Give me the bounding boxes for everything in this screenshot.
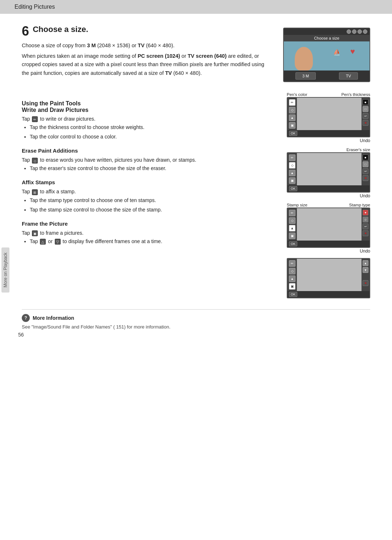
step6-bold5: TV [165,70,172,76]
paint-diag4: ✏ ◇ ▲ ▣ ▲ ▼ ✕ O [287,258,370,298]
pd1-tool-pencil: ✏ [289,99,295,106]
diagram-frame: ✏ ◇ ▲ ▣ ▲ ▼ ✕ O [287,258,370,298]
pd2-ok[interactable]: OK [289,186,297,191]
pd1-body: ✏ ◇ ▲ ▣ ■ □ ↩ ✕ [287,98,369,130]
pd4-ok[interactable]: OK [289,292,297,297]
pd1-tool-frame: ▣ [289,122,295,129]
frame-item1: Tap or to display five different frames … [30,237,274,246]
diag2-label-erasersize-r: Eraser's size [347,148,370,152]
stamps-heading: Affix Stamps [22,179,274,185]
stamps-item2: Tap the stamp size control to choose the… [30,206,274,214]
pd2-tool-stamp: ▲ [289,170,295,176]
diag1-undo-label: Undo [360,138,370,143]
paint-tools-section: Using the Paint Tools Write and Draw Pic… [22,92,370,298]
step6-bold2: TV [138,43,145,48]
erase-heading: Erase Paint Additions [22,148,274,154]
diagram-write: Pen's color Pen's thickness ✏ ◇ ▲ ▣ ■ [287,92,370,143]
more-info-icon: ? [22,314,30,322]
diag2-undo-label: Undo [360,193,370,198]
pd2-tool-frame: ▣ [289,177,295,184]
pd2-tool-pencil: ✏ [289,154,295,161]
pd1-right-icon3: ↩ [363,113,368,119]
pd3-body: ✏ ◇ ▲ ▣ ♥ ☺ ↩ ✕ [287,208,369,241]
paint-tools-body: Tap to write or draw pictures. Tap the t… [22,115,274,141]
pd1-tool-eraser: ◇ [289,107,295,113]
page-footer: ? More Information [22,309,370,322]
paint-tools-heading: Using the Paint Tools Write and Draw Pic… [22,100,274,113]
frame-body: Tap to frame a pictures. Tap or to displ… [22,229,274,246]
pd2-body: ✏ ◇ ▲ ▣ ■ □ ↩ ✕ [287,153,369,185]
pd2-right-icon1: ■ [363,154,368,160]
erase-intro: Tap to erase words you have written, pic… [22,156,274,164]
stamps-list: Tap the stamp type control to choose one… [30,196,274,214]
diag3-label-stampsize: Stamp size [287,203,307,207]
frame-heading: Frame the Picture [22,221,274,227]
footer-note: See "Image/Sound File and Folder Names" … [22,324,370,330]
pd3-footer: OK [287,241,369,247]
pd2-right-tools: ■ □ ↩ ✕ [362,153,369,185]
pd3-ok[interactable]: OK [289,241,297,246]
cam-icon4 [363,29,367,34]
pd4-left-tools: ✏ ◇ ▲ ▣ [287,259,297,291]
cam-portrait [295,47,313,70]
camera-screen-mockup: Choose a size ♥ ⛵ 3 M TV [283,25,370,82]
pd2-canvas [297,153,362,185]
cam-btn1[interactable]: 3 M [295,72,316,80]
paint-tools-title1: Using the Paint Tools [22,100,81,106]
pd1-right-icon2: □ [363,106,368,112]
stamps-intro: Tap to affix a stamp. [22,188,274,196]
diag2-undo: Undo [287,193,370,198]
pd1-ok[interactable]: OK [289,131,297,136]
paint-diag1: ✏ ◇ ▲ ▣ ■ □ ↩ ✕ [287,97,370,137]
pd3-canvas [297,208,362,241]
pd2-right-icon4: ✕ [363,175,368,181]
pd3-tool-frame: ▣ [289,233,295,239]
pd4-tool-frame: ▣ [289,283,295,290]
step6-title: Choose a size. [33,25,88,34]
step6-number: 6 [22,24,29,39]
paint-tools-left: Using the Paint Tools Write and Draw Pic… [22,92,274,248]
pd3-right-icon3: ↩ [363,223,368,229]
pd3-tool-stamp: ▲ [289,225,295,231]
cam-icon3 [358,29,362,34]
step6-bold1: 3 M [87,43,96,48]
pd4-tool-eraser: ◇ [289,268,295,274]
cam-heart: ♥ [350,47,355,56]
header-title: Editing Pictures [15,4,55,10]
pd2-left-tools: ✏ ◇ ▲ ▣ [287,153,297,185]
paint-tools-intro: Tap to write or draw pictures. [22,115,274,123]
pd4-footer: OK [287,291,369,298]
pd2-right-icon2: □ [363,161,368,167]
pd1-canvas [297,98,362,130]
pd1-footer: OK [287,130,369,137]
pencil-icon [32,116,38,122]
pd2-footer: OK [287,185,369,192]
diagram-stamps: Stamp size Stamp type ✏ ◇ ▲ ▣ ♥ [287,203,370,254]
pd3-right-icon1: ♥ [363,210,368,215]
pd2-right-icon3: ↩ [363,168,368,174]
pd1-left-tools: ✏ ◇ ▲ ▣ [287,98,297,130]
pd1-right-tools: ■ □ ↩ ✕ [362,98,369,130]
pd4-tool-pencil: ✏ [289,260,295,267]
cam-image: ♥ ⛵ [284,41,369,70]
arrow-up-icon [40,239,46,245]
diagrams-right: Pen's color Pen's thickness ✏ ◇ ▲ ▣ ■ [283,92,370,298]
paint-diag2: ✏ ◇ ▲ ▣ ■ □ ↩ ✕ [287,152,370,193]
cam-top-bar [284,28,369,35]
cam-btn2[interactable]: TV [339,72,358,80]
step6-row: 6 Choose a size. Choose a size of copy f… [22,25,370,82]
page-number: 56 [18,332,24,338]
paint-tools-title2: Write and Draw Pictures [22,107,274,113]
diag1-label-color: Pen's color [287,92,307,97]
step6-body: Choose a size of copy from 3 M (2048 × 1… [22,41,272,77]
frame-intro: Tap to frame a pictures. [22,229,274,237]
diag3-undo: Undo [287,249,370,254]
main-content: 6 Choose a size. Choose a size of copy f… [0,14,392,344]
step6-bold4: TV screen (640) [188,53,226,59]
pd3-tool-eraser: ◇ [289,217,295,224]
erase-item1: Tap the eraser's size control to choose … [30,164,274,173]
pd3-left-tools: ✏ ◇ ▲ ▣ [287,208,297,241]
diag2-labels: Eraser's size [287,148,370,152]
pd3-right-icon4: ✕ [363,230,368,236]
cam-title: Choose a size [284,35,369,41]
